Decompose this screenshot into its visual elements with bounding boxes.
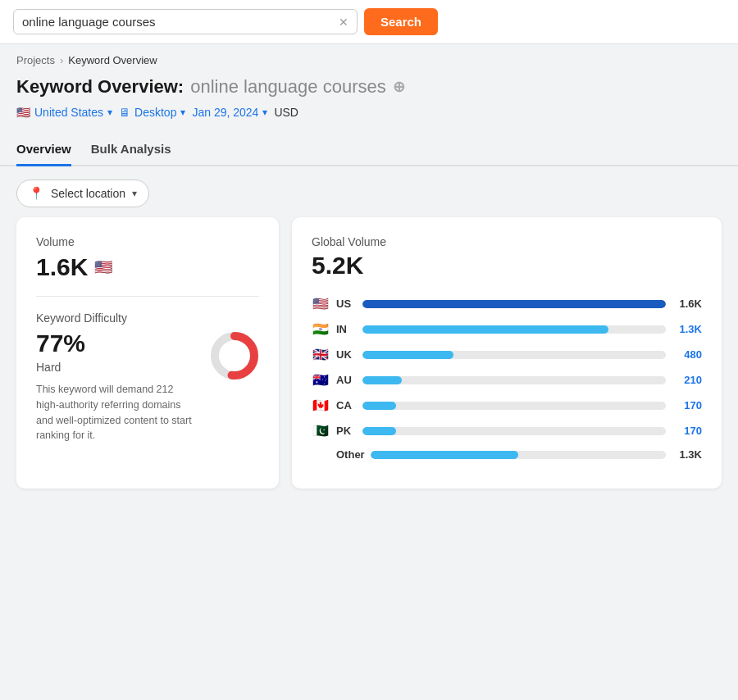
difficulty-desc: This keyword will demand 212 high-author… [36, 382, 197, 443]
country-flag: 🇮🇳 [312, 321, 330, 337]
country-flag: 🇺🇸 [312, 296, 330, 311]
search-bar: ✕ Search [0, 0, 738, 44]
difficulty-info: 77% Hard This keyword will demand 212 hi… [36, 330, 197, 443]
country-row: 🇬🇧 UK 480 [312, 347, 702, 362]
bar-fill [362, 351, 453, 359]
country-volume: 170 [672, 425, 702, 437]
bar-fill [362, 402, 396, 410]
pin-icon: 📍 [29, 186, 44, 201]
country-volume: 1.3K [672, 323, 702, 335]
difficulty-pct: 77% [36, 330, 85, 357]
country-volume: 170 [672, 399, 702, 411]
country-rows: 🇺🇸 US 1.6K 🇮🇳 IN 1.3K 🇬🇧 UK 480 🇦🇺 AU [312, 296, 702, 461]
bar-track [362, 351, 666, 359]
country-row: 🇮🇳 IN 1.3K [312, 321, 702, 337]
tab-overview[interactable]: Overview [16, 132, 71, 166]
country-code: AU [336, 374, 356, 386]
bar-track [362, 427, 666, 435]
location-chevron-icon: ▾ [132, 188, 137, 199]
country-code: US [336, 298, 356, 310]
page-title: Keyword Overview: online language course… [16, 76, 722, 98]
donut-chart [210, 331, 259, 380]
country-code: UK [336, 348, 356, 361]
bar-track [362, 402, 666, 410]
volume-value: 1.6K 🇺🇸 [36, 253, 259, 281]
device-filter[interactable]: 🖥 Desktop ▾ [119, 106, 185, 119]
tabs: Overview Bulk Analysis [0, 132, 738, 166]
country-flag: 🇵🇰 [312, 423, 330, 439]
difficulty-row: 77% Hard This keyword will demand 212 hi… [36, 330, 259, 443]
search-input[interactable] [22, 15, 334, 29]
global-volume-label: Global Volume [312, 235, 702, 248]
country-flag: 🇨🇦 [312, 398, 330, 413]
add-icon[interactable]: ⊕ [393, 78, 405, 96]
date-filter[interactable]: Jan 29, 2024 ▾ [192, 106, 267, 119]
difficulty-section: Keyword Difficulty 77% Hard This keyword… [36, 311, 259, 443]
volume-label: Volume [36, 235, 259, 248]
bar-track [362, 376, 666, 384]
location-label: United States [34, 106, 103, 119]
breadcrumb: Projects › Keyword Overview [0, 44, 738, 70]
location-area: 📍 Select location ▾ [0, 166, 738, 217]
country-volume: 1.6K [672, 298, 702, 310]
cards-row: Volume 1.6K 🇺🇸 Keyword Difficulty 77% Ha… [0, 217, 738, 505]
bar-fill [362, 376, 402, 384]
search-input-wrapper: ✕ [13, 9, 358, 34]
bar-fill [362, 300, 666, 308]
country-volume: 1.3K [672, 448, 702, 461]
bar-track [362, 300, 666, 308]
location-chevron: ▾ [107, 107, 112, 118]
date-label: Jan 29, 2024 [192, 106, 258, 119]
search-button[interactable]: Search [364, 8, 438, 35]
left-card: Volume 1.6K 🇺🇸 Keyword Difficulty 77% Ha… [16, 217, 279, 489]
country-code: IN [336, 323, 356, 335]
volume-section: Volume 1.6K 🇺🇸 [36, 235, 259, 281]
country-code: CA [336, 399, 356, 411]
difficulty-label: Keyword Difficulty [36, 311, 259, 325]
location-selector[interactable]: 📍 Select location ▾ [16, 180, 149, 207]
location-placeholder: Select location [51, 187, 125, 200]
clear-icon[interactable]: ✕ [339, 16, 348, 29]
date-chevron: ▾ [262, 107, 267, 118]
filter-row: 🇺🇸 United States ▾ 🖥 Desktop ▾ Jan 29, 2… [16, 106, 722, 119]
location-filter[interactable]: 🇺🇸 United States ▾ [16, 106, 112, 119]
page-header: Keyword Overview: online language course… [0, 70, 738, 132]
country-code: PK [336, 425, 356, 437]
country-row: 🇺🇸 US 1.6K [312, 296, 702, 311]
device-label: Desktop [134, 106, 176, 119]
bar-fill [371, 451, 518, 459]
title-prefix: Keyword Overview: [16, 76, 184, 98]
country-volume: 480 [672, 348, 702, 361]
global-volume-value: 5.2K [312, 252, 702, 280]
bar-fill [362, 325, 608, 334]
location-flag: 🇺🇸 [16, 106, 30, 119]
country-row: 🇵🇰 PK 170 [312, 423, 702, 439]
device-chevron: ▾ [180, 107, 185, 118]
tab-bulk-analysis[interactable]: Bulk Analysis [91, 132, 171, 166]
country-row: 🇦🇺 AU 210 [312, 372, 702, 388]
breadcrumb-current: Keyword Overview [68, 54, 157, 66]
breadcrumb-separator: › [60, 54, 63, 66]
device-icon: 🖥 [119, 106, 130, 119]
country-row: Other 1.3K [312, 448, 702, 461]
bar-track [362, 325, 666, 334]
breadcrumb-root[interactable]: Projects [16, 54, 55, 66]
currency-label: USD [274, 106, 298, 119]
difficulty-value-row: 77% [36, 330, 197, 357]
country-flag: 🇦🇺 [312, 372, 330, 388]
bar-fill [362, 427, 396, 435]
country-flag: 🇬🇧 [312, 347, 330, 362]
title-keyword: online language courses [190, 76, 386, 98]
country-volume: 210 [672, 374, 702, 386]
right-card: Global Volume 5.2K 🇺🇸 US 1.6K 🇮🇳 IN 1.3K… [292, 217, 722, 489]
difficulty-rating: Hard [36, 361, 197, 374]
volume-flag: 🇺🇸 [94, 258, 112, 276]
country-code: Other [336, 448, 364, 461]
card-divider [36, 296, 259, 297]
bar-track [371, 451, 666, 459]
country-row: 🇨🇦 CA 170 [312, 398, 702, 413]
